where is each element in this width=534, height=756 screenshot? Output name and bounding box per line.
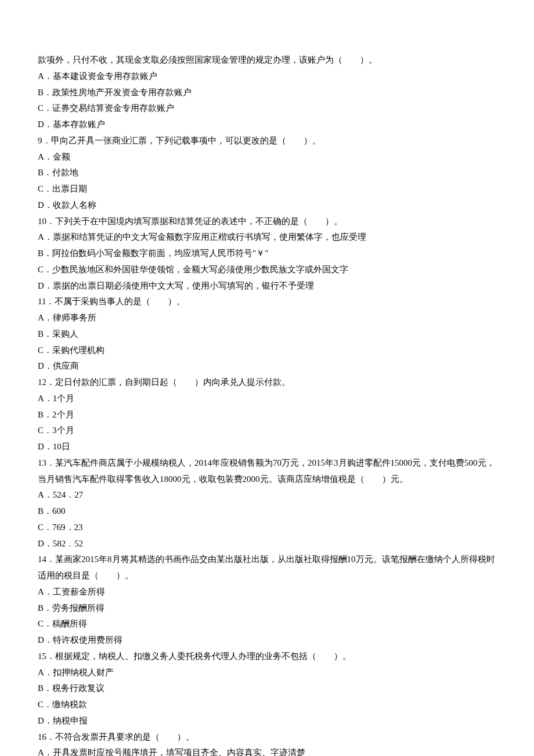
text-line: C．证券交易结算资金专用存款账户 xyxy=(38,100,496,117)
text-line: A．扣押纳税人财产 xyxy=(38,665,496,681)
text-line: A．金额 xyxy=(38,149,496,165)
text-line: C．3个月 xyxy=(38,423,496,439)
text-line: D．纳税申报 xyxy=(38,713,496,729)
text-line: A．1个月 xyxy=(38,391,496,407)
text-line: A．律师事务所 xyxy=(38,310,496,326)
text-line: B．政策性房地产开发资金专用存款账户 xyxy=(38,85,496,101)
text-line: 11．不属于采购当事人的是（ ）。 xyxy=(38,294,496,310)
text-line: C．769．23 xyxy=(38,520,496,536)
text-line: 10．下列关于在中国境内填写票据和结算凭证的表述中，不正确的是（ ）。 xyxy=(38,214,496,230)
text-line: C．采购代理机构 xyxy=(38,343,496,359)
text-line: 16．不符合发票开具要求的是（ ）。 xyxy=(38,729,496,746)
text-line: 14．某画家2015年8月将其精选的书画作品交由某出版社出版，从出版社取得报酬1… xyxy=(38,552,496,584)
text-line: A．524．27 xyxy=(38,487,496,503)
text-line: B．付款地 xyxy=(38,165,496,181)
text-line: D．票据的出票日期必须使用中文大写，使用小写填写的，银行不予受理 xyxy=(38,278,496,294)
text-line: 15．根据规定，纳税人、扣缴义务人委托税务代理人办理的业务不包括（ ）。 xyxy=(38,649,496,665)
text-line: D．供应商 xyxy=(38,358,496,375)
text-line: C．出票日期 xyxy=(38,181,496,197)
text-line: 9．甲向乙开具一张商业汇票，下列记载事项中，可以更改的是（ ）。 xyxy=(38,133,496,149)
text-line: B．600 xyxy=(38,503,496,520)
text-line: 13．某汽车配件商店属于小规模纳税人，2014年应税销售额为70万元，2015年… xyxy=(38,455,496,488)
text-line: D．基本存款账户 xyxy=(38,117,496,133)
text-line: B．税务行政复议 xyxy=(38,681,496,697)
text-line: D．收款人名称 xyxy=(38,197,496,214)
text-line: A．票据和结算凭证的中文大写金额数字应用正楷或行书填写，使用繁体字，也应受理 xyxy=(38,229,496,246)
text-line: C．少数民族地区和外国驻华使领馆，金额大写必须使用少数民族文字或外国文字 xyxy=(38,262,496,278)
text-line: B．采购人 xyxy=(38,326,496,343)
text-line: B．阿拉伯数码小写金额数字前面，均应填写人民币符号"￥" xyxy=(38,246,496,262)
text-line: 款项外，只付不收，其现金支取必须按照国家现金管理的规定办理，该账户为（ ）。 xyxy=(38,52,496,69)
exam-document: 款项外，只付不收，其现金支取必须按照国家现金管理的规定办理，该账户为（ ）。A．… xyxy=(38,52,496,756)
text-line: A．工资薪金所得 xyxy=(38,584,496,600)
text-line: D．10日 xyxy=(38,439,496,455)
text-line: D．582．52 xyxy=(38,536,496,552)
text-line: D．特许权使用费所得 xyxy=(38,632,496,649)
text-line: 12．定日付款的汇票，自到期日起（ ）内向承兑人提示付款。 xyxy=(38,375,496,391)
text-line: B．劳务报酬所得 xyxy=(38,600,496,617)
text-line: C．稿酬所得 xyxy=(38,616,496,632)
text-line: B．2个月 xyxy=(38,407,496,423)
text-line: A．基本建设资金专用存款账户 xyxy=(38,69,496,85)
text-line: A．开具发票时应按号顺序填开，填写项目齐全、内容真实、字迹清楚 xyxy=(38,745,496,756)
text-line: C．缴纳税款 xyxy=(38,697,496,713)
